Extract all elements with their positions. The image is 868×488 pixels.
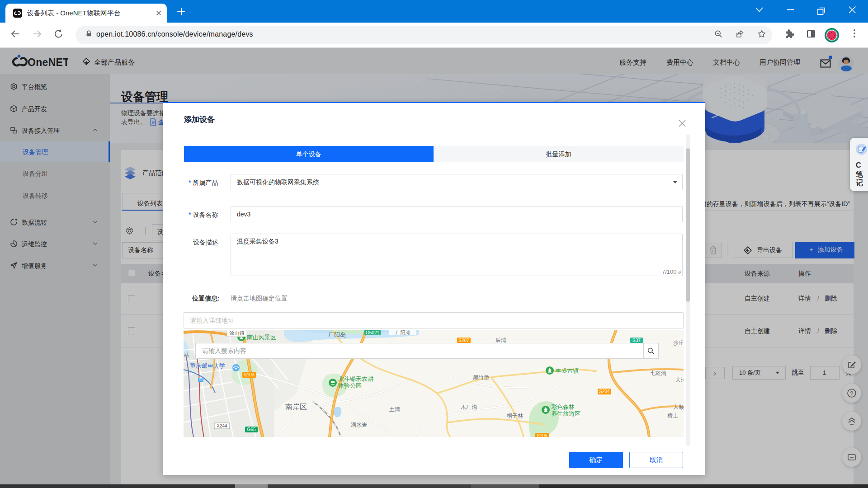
svg-text:广阳岛: 广阳岛 <box>328 331 346 338</box>
svg-text:养生旅游区: 养生旅游区 <box>551 410 580 417</box>
svg-text:大湾: 大湾 <box>675 377 684 383</box>
svg-text:北斗锄禾农耕: 北斗锄禾农耕 <box>338 375 373 382</box>
svg-text:S105: S105 <box>537 433 547 437</box>
svg-text:体验公园: 体验公园 <box>338 382 362 389</box>
svg-text:沙丘: 沙丘 <box>673 340 684 346</box>
svg-text:七乾沟: 七乾沟 <box>650 370 666 376</box>
svg-text:南岸区: 南岸区 <box>285 403 307 411</box>
svg-text:南山风景区: 南山风景区 <box>247 334 276 341</box>
svg-text:彩色森林: 彩色森林 <box>551 404 575 410</box>
svg-text:后湾: 后湾 <box>495 337 506 343</box>
svg-text:X244: X244 <box>217 423 227 428</box>
svg-text:S103: S103 <box>244 372 255 377</box>
svg-text:桥上: 桥上 <box>667 413 678 419</box>
svg-text:滴水岩: 滴水岩 <box>351 422 367 428</box>
svg-text:G65: G65 <box>247 427 256 432</box>
svg-text:大顺镇: 大顺镇 <box>673 404 684 410</box>
svg-text:站: 站 <box>184 352 189 358</box>
svg-text:重庆邮电大学: 重庆邮电大学 <box>190 362 225 369</box>
svg-text:S37: S37 <box>632 338 641 343</box>
svg-text:涂山镇: 涂山镇 <box>229 330 245 336</box>
svg-text:S207: S207 <box>458 338 469 343</box>
svg-text:桐子林: 桐子林 <box>506 413 524 419</box>
svg-text:G5021: G5021 <box>366 330 379 335</box>
svg-text:丰盛古镇: 丰盛古镇 <box>555 367 579 374</box>
svg-text:木厂沟: 木厂沟 <box>460 404 477 410</box>
svg-text:S204: S204 <box>599 389 610 394</box>
svg-text:广阳湾: 广阳湾 <box>396 330 410 335</box>
svg-text:土湾: 土湾 <box>389 406 400 413</box>
svg-text:黑竹堡: 黑竹堡 <box>473 374 489 380</box>
